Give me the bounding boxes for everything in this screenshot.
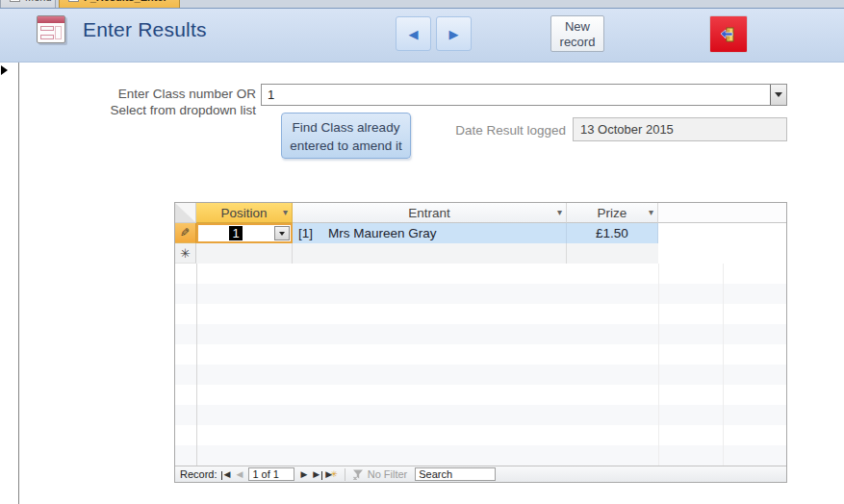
search-input[interactable] (415, 467, 496, 481)
form-icon (10, 0, 20, 2)
right-arrow-icon: ▶ (449, 27, 459, 41)
chevron-down-icon[interactable] (770, 85, 786, 105)
results-datasheet: Position ▾ Entrant ▾ Prize ▾ ✎ 1 [1] Mrs… (174, 202, 787, 483)
entrant-name: Mrs Maureen Gray (328, 226, 437, 240)
expand-nav-pane-icon[interactable] (1, 65, 8, 75)
exit-door-icon (718, 25, 739, 44)
chevron-down-icon[interactable]: ▾ (557, 207, 562, 217)
form-header: Enter Results ◀ ▶ New record (0, 9, 844, 63)
new-record-button[interactable]: New record (550, 15, 604, 52)
record-count-box[interactable]: 1 of 1 (248, 467, 294, 481)
prize-cell[interactable]: £1.50 (567, 223, 658, 243)
pencil-icon: ✎ (180, 226, 190, 239)
asterisk-icon: ✳ (180, 246, 191, 261)
first-record-button[interactable]: ◀ (221, 469, 234, 479)
next-record-button[interactable]: ▶ (297, 469, 310, 479)
select-all-corner[interactable] (175, 203, 196, 223)
filter-icon (352, 468, 364, 480)
tab-active-label: F_Results_Enter (84, 0, 167, 3)
chevron-down-icon[interactable]: ▾ (649, 207, 653, 217)
page-title: Enter Results (83, 18, 207, 41)
last-record-button[interactable]: ▶ (310, 469, 322, 479)
form-icon (68, 0, 79, 2)
new-record-selector[interactable]: ✳ (175, 243, 196, 264)
entrant-ref: [1] (298, 226, 313, 240)
date-logged-field: 13 October 2015 (573, 117, 787, 141)
new-record-row[interactable] (196, 243, 658, 264)
previous-record-button[interactable]: ◀ (396, 16, 431, 51)
tab-menu[interactable]: Menu (0, 0, 56, 9)
find-class-button[interactable]: Find Class already entered to amend it (281, 113, 411, 159)
left-arrow-icon: ◀ (409, 27, 419, 41)
previous-record-button[interactable]: ◀ (233, 469, 245, 479)
tab-f-results-enter[interactable]: F_Results_Enter (59, 0, 180, 9)
column-header-entrant[interactable]: Entrant ▾ (293, 203, 567, 223)
document-tab-strip: Menu F_Results_Enter (0, 0, 844, 9)
next-record-button[interactable]: ▶ (436, 16, 472, 51)
position-value: 1 (198, 226, 273, 240)
date-logged-label: Date Result logged (441, 123, 566, 138)
column-header-prize[interactable]: Prize ▾ (567, 203, 658, 223)
entrant-cell[interactable]: [1] Mrs Maureen Gray (293, 223, 567, 243)
form-window-icon (37, 15, 65, 43)
empty-rows-area (175, 264, 786, 466)
class-number-input[interactable] (262, 85, 770, 105)
record-selector-editing[interactable]: ✎ (175, 223, 196, 243)
class-number-combobox (261, 84, 787, 106)
position-cell-combobox[interactable]: 1 (196, 223, 293, 243)
class-number-label: Enter Class number OR Select from dropdo… (96, 86, 256, 118)
close-form-button[interactable] (709, 15, 748, 53)
column-header-position[interactable]: Position ▾ (196, 203, 293, 223)
new-record-star-icon: ✳ (330, 469, 338, 479)
record-navigation-bar: Record: ◀ ◀ 1 of 1 ▶ ▶ ▶ ✳ No Filter (175, 466, 786, 482)
column-header-blank (658, 203, 786, 223)
access-window: Menu F_Results_Enter Enter Results ◀ ▶ N… (0, 0, 844, 504)
tab-menu-label: Menu (25, 0, 52, 3)
record-label: Record: (180, 468, 217, 480)
chevron-down-icon[interactable] (274, 226, 290, 240)
chevron-down-icon[interactable]: ▾ (283, 207, 288, 217)
no-filter-button[interactable]: No Filter (352, 468, 408, 480)
navigation-pane-collapsed (0, 63, 19, 504)
